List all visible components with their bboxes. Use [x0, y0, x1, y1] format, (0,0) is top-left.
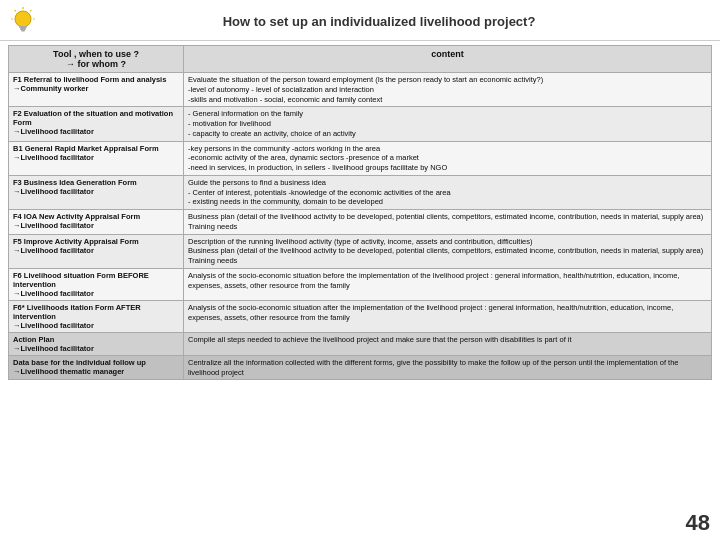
content-cell: Guide the persons to find a business ide… — [184, 175, 712, 209]
table-row: F3 Business Idea Generation Form→Livelih… — [9, 175, 712, 209]
svg-rect-2 — [20, 28, 26, 30]
content-cell: Compile all steps needed to achieve the … — [184, 332, 712, 355]
table-header-row: Tool , when to use ?→ for whom ? content — [9, 46, 712, 73]
svg-rect-1 — [19, 26, 27, 28]
page-title: How to set up an individualized liveliho… — [46, 14, 712, 29]
tool-cell: Action Plan→Livelihood facilitator — [9, 332, 184, 355]
tool-cell: F4 IOA New Activity Appraisal Form→Livel… — [9, 210, 184, 235]
tool-cell: B1 General Rapid Market Appraisal Form→L… — [9, 141, 184, 175]
svg-point-0 — [15, 11, 31, 27]
tool-cell: Data base for the individual follow up→L… — [9, 355, 184, 380]
table-row: Action Plan→Livelihood facilitatorCompil… — [9, 332, 712, 355]
svg-rect-3 — [21, 30, 25, 32]
table-row: F1 Referral to livelihood Form and analy… — [9, 73, 712, 107]
svg-line-5 — [15, 10, 17, 12]
tool-cell: F2 Evaluation of the situation and motiv… — [9, 107, 184, 141]
main-table: Tool , when to use ?→ for whom ? content… — [8, 45, 712, 380]
table-row: B1 General Rapid Market Appraisal Form→L… — [9, 141, 712, 175]
table-row: F2 Evaluation of the situation and motiv… — [9, 107, 712, 141]
header: How to set up an individualized liveliho… — [0, 0, 720, 41]
col-header-tool: Tool , when to use ?→ for whom ? — [9, 46, 184, 73]
lightbulb-icon — [8, 6, 38, 36]
table-row: F5 Improve Activity Appraisal Form→Livel… — [9, 234, 712, 268]
content-cell: -key persons in the community -actors wo… — [184, 141, 712, 175]
content-cell: Business plan (detail of the livelihood … — [184, 210, 712, 235]
tool-cell: F5 Improve Activity Appraisal Form→Livel… — [9, 234, 184, 268]
table-row: F4 IOA New Activity Appraisal Form→Livel… — [9, 210, 712, 235]
col-header-for-whom: → for whom ? — [66, 59, 126, 69]
content-cell: Analysis of the socio-economic situation… — [184, 300, 712, 332]
content-cell: Centralize all the information collected… — [184, 355, 712, 380]
tool-cell: F6 Livelihood situation Form BEFORE inte… — [9, 268, 184, 300]
page-number: 48 — [686, 510, 710, 536]
table-row: Data base for the individual follow up→L… — [9, 355, 712, 380]
content-cell: - General information on the family- mot… — [184, 107, 712, 141]
tool-cell: F1 Referral to livelihood Form and analy… — [9, 73, 184, 107]
content-cell: Description of the running livelihood ac… — [184, 234, 712, 268]
tool-cell: F6* Livelihoods itation Form AFTER inter… — [9, 300, 184, 332]
page-wrapper: How to set up an individualized liveliho… — [0, 0, 720, 540]
svg-line-6 — [30, 10, 32, 12]
table-row: F6 Livelihood situation Form BEFORE inte… — [9, 268, 712, 300]
col-header-content: content — [184, 46, 712, 73]
content-cell: Analysis of the socio-economic situation… — [184, 268, 712, 300]
content-cell: Evaluate the situation of the person tow… — [184, 73, 712, 107]
tool-cell: F3 Business Idea Generation Form→Livelih… — [9, 175, 184, 209]
table-row: F6* Livelihoods itation Form AFTER inter… — [9, 300, 712, 332]
